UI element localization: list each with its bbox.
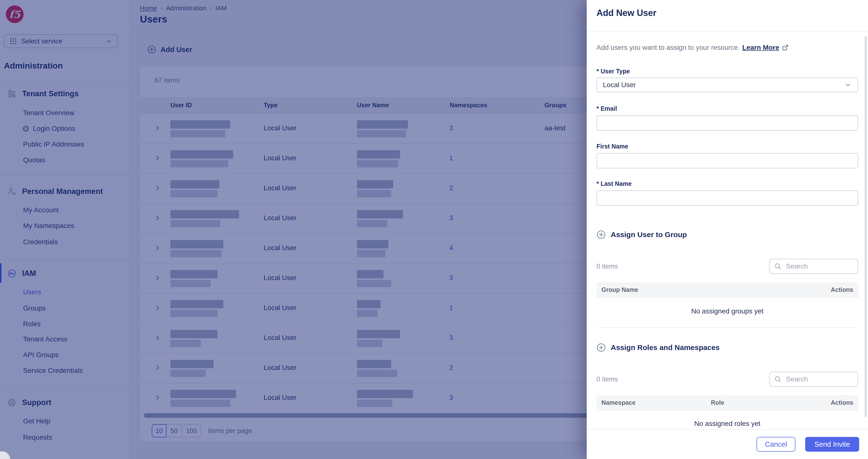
panel-header-divider (587, 31, 868, 32)
groups-empty-text: No assigned groups yet (596, 307, 858, 315)
col-namespace: Namespace (601, 399, 636, 406)
external-link-icon (782, 44, 789, 51)
assign-group-label: Assign User to Group (611, 231, 687, 239)
user-type-value: Local User (603, 81, 844, 89)
col-group-name: Group Name (601, 286, 638, 293)
panel-footer: Cancel Send Invite (587, 429, 868, 459)
cancel-button[interactable]: Cancel (756, 437, 795, 452)
groups-search (769, 259, 858, 274)
search-icon (774, 375, 782, 383)
last-name-label: * Last Name (596, 180, 631, 187)
groups-table-header: Group Name Actions (596, 282, 858, 298)
send-invite-button[interactable]: Send Invite (805, 437, 859, 452)
roles-search-input[interactable] (785, 375, 851, 384)
chevron-down-icon (844, 81, 852, 89)
roles-table-header: Namespace Role Actions (596, 395, 858, 411)
email-field[interactable] (596, 115, 858, 130)
email-label: * Email (596, 105, 617, 112)
panel-description-text: Add users you want to assign to your res… (596, 44, 740, 52)
first-name-label: First Name (596, 143, 628, 150)
panel-title: Add New User (596, 8, 656, 18)
user-type-label: * User Type (596, 68, 630, 75)
groups-search-input[interactable] (785, 262, 851, 271)
learn-more-link[interactable]: Learn More (742, 44, 779, 52)
plus-circle-icon (596, 343, 606, 352)
add-new-user-panel: Add New User Add users you want to assig… (587, 0, 868, 459)
plus-circle-icon (596, 230, 606, 239)
user-type-select[interactable]: Local User (596, 78, 858, 92)
section-divider (596, 328, 858, 328)
roles-items-count: 0 items (596, 375, 618, 383)
roles-empty-text: No assigned roles yet (596, 420, 858, 428)
last-name-field[interactable] (596, 190, 858, 206)
col-actions: Actions (831, 399, 853, 406)
col-role: Role (711, 399, 724, 406)
assign-roles-namespaces-button[interactable]: Assign Roles and Namespaces (596, 342, 720, 354)
panel-scrollbar[interactable] (865, 36, 867, 417)
assign-roles-label: Assign Roles and Namespaces (611, 343, 720, 352)
assign-user-to-group-button[interactable]: Assign User to Group (596, 229, 687, 241)
roles-search (769, 372, 858, 387)
search-icon (774, 263, 782, 270)
panel-description: Add users you want to assign to your res… (596, 44, 789, 52)
col-actions: Actions (831, 286, 853, 293)
first-name-field[interactable] (596, 153, 858, 169)
groups-items-count: 0 items (596, 263, 618, 270)
